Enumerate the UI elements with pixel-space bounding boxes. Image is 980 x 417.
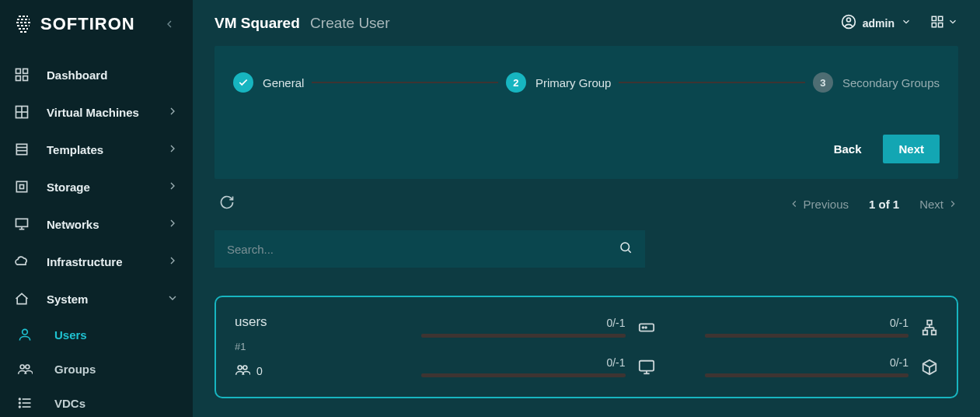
- step-secondary-groups[interactable]: 3 Secondary Groups: [813, 72, 940, 93]
- refresh-button[interactable]: [214, 190, 239, 218]
- sidebar-item-storage[interactable]: Storage: [0, 168, 193, 205]
- avatar-icon: [841, 14, 856, 32]
- svg-point-25: [846, 18, 850, 22]
- topbar-right: admin: [841, 14, 958, 32]
- collapse-sidebar-button[interactable]: [160, 15, 179, 33]
- step-general[interactable]: General: [233, 72, 304, 93]
- monitor-icon: [638, 359, 655, 376]
- sidebar: SOFTIRON Dashboard Virtual Machines: [0, 0, 193, 417]
- stats-grid: 0/-1 0/-1: [421, 314, 938, 380]
- chevron-right-icon: [166, 217, 179, 232]
- cube-icon: [921, 359, 938, 376]
- svg-point-36: [645, 327, 647, 328]
- search-box: [214, 230, 645, 268]
- stepper-line: [312, 82, 498, 83]
- sub-label: Groups: [54, 363, 96, 376]
- svg-point-17: [26, 365, 30, 369]
- stat-value: 0/-1: [606, 356, 625, 369]
- brand-icon: [14, 15, 33, 33]
- sidebar-subitem-vdcs[interactable]: VDCs: [0, 386, 193, 417]
- member-count: 0: [235, 362, 390, 380]
- step-circle-complete: [233, 72, 253, 93]
- sidebar-item-infrastructure[interactable]: Infrastructure: [0, 243, 193, 280]
- svg-line-31: [628, 250, 630, 252]
- nav-label: Templates: [47, 143, 166, 156]
- step-label: General: [263, 76, 304, 89]
- stat-cube: 0/-1: [705, 354, 939, 380]
- sidebar-item-templates[interactable]: Templates: [0, 131, 193, 168]
- svg-rect-0: [16, 69, 21, 74]
- pagination: Previous 1 of 1 Next: [789, 198, 958, 211]
- search-input[interactable]: [227, 243, 619, 256]
- svg-rect-37: [927, 320, 932, 324]
- grid-icon: [14, 104, 30, 120]
- brand-logo[interactable]: SOFTIRON: [14, 14, 135, 34]
- list-icon: [17, 395, 33, 411]
- stat-bar: [705, 373, 909, 377]
- group-card[interactable]: users #1 0 0/-1: [214, 296, 958, 398]
- svg-point-16: [20, 365, 24, 369]
- stat-network: 0/-1: [705, 314, 939, 340]
- storage-icon: [14, 179, 30, 194]
- svg-point-33: [243, 366, 247, 370]
- chevron-right-icon: [166, 254, 179, 269]
- prev-label: Previous: [804, 198, 849, 211]
- sidebar-subitem-users[interactable]: Users: [0, 317, 193, 352]
- sub-label: VDCs: [54, 397, 85, 410]
- nav-list: Dashboard Virtual Machines Templates: [0, 48, 193, 417]
- svg-rect-12: [16, 219, 28, 226]
- home-icon: [14, 291, 30, 307]
- sidebar-item-virtual-machines[interactable]: Virtual Machines: [0, 93, 193, 131]
- next-page-button[interactable]: Next: [919, 198, 958, 211]
- user-icon: [17, 327, 33, 342]
- nav-label: Networks: [47, 218, 166, 231]
- user-menu[interactable]: admin: [841, 14, 912, 32]
- svg-rect-10: [16, 181, 26, 191]
- member-count-value: 0: [256, 365, 263, 377]
- content-area: General 2 Primary Group 3 Secondary Grou…: [193, 46, 980, 417]
- sidebar-item-networks[interactable]: Networks: [0, 205, 193, 243]
- apps-menu[interactable]: [930, 15, 958, 32]
- nav-label: System: [47, 293, 166, 306]
- topbar: VM Squared Create User admin: [193, 0, 980, 46]
- nav-label: Dashboard: [47, 68, 179, 82]
- sidebar-item-system[interactable]: System: [0, 280, 193, 317]
- step-primary-group[interactable]: 2 Primary Group: [506, 72, 612, 93]
- breadcrumb: VM Squared Create User: [214, 15, 390, 32]
- brand-name: SOFTIRON: [40, 14, 135, 34]
- search-icon[interactable]: [619, 240, 633, 258]
- nav-label: Storage: [47, 180, 166, 194]
- sub-label: Users: [54, 328, 87, 342]
- chevron-right-icon: [166, 180, 179, 194]
- stat-value: 0/-1: [890, 356, 909, 369]
- stepper: General 2 Primary Group 3 Secondary Grou…: [233, 72, 940, 93]
- stat-storage: 0/-1: [421, 314, 655, 340]
- page-count: 1 of 1: [869, 198, 899, 211]
- svg-point-22: [19, 402, 21, 404]
- stepper-actions: Back Next: [233, 135, 940, 163]
- step-circle-active: 2: [506, 72, 526, 93]
- svg-rect-7: [16, 144, 26, 154]
- stat-value: 0/-1: [606, 317, 625, 329]
- back-button[interactable]: Back: [823, 135, 873, 163]
- chevron-down-icon: [947, 16, 958, 30]
- svg-rect-44: [639, 360, 653, 370]
- chevron-right-icon: [166, 105, 179, 120]
- step-circle-pending: 3: [813, 72, 833, 93]
- svg-rect-11: [20, 185, 24, 189]
- sidebar-subitem-groups[interactable]: Groups: [0, 352, 193, 386]
- next-button[interactable]: Next: [883, 135, 940, 163]
- svg-point-23: [19, 406, 21, 408]
- main-content: VM Squared Create User admin: [193, 0, 980, 417]
- svg-point-35: [642, 327, 643, 328]
- stat-bar: [421, 373, 626, 377]
- stat-bar: [705, 334, 909, 338]
- stat-bar: [421, 334, 626, 338]
- sidebar-item-dashboard[interactable]: Dashboard: [0, 56, 193, 93]
- logo-row: SOFTIRON: [0, 0, 193, 48]
- harddrive-icon: [638, 319, 655, 336]
- next-label: Next: [919, 198, 943, 211]
- templates-icon: [14, 142, 30, 157]
- chevron-down-icon: [901, 16, 912, 30]
- prev-page-button[interactable]: Previous: [789, 198, 849, 211]
